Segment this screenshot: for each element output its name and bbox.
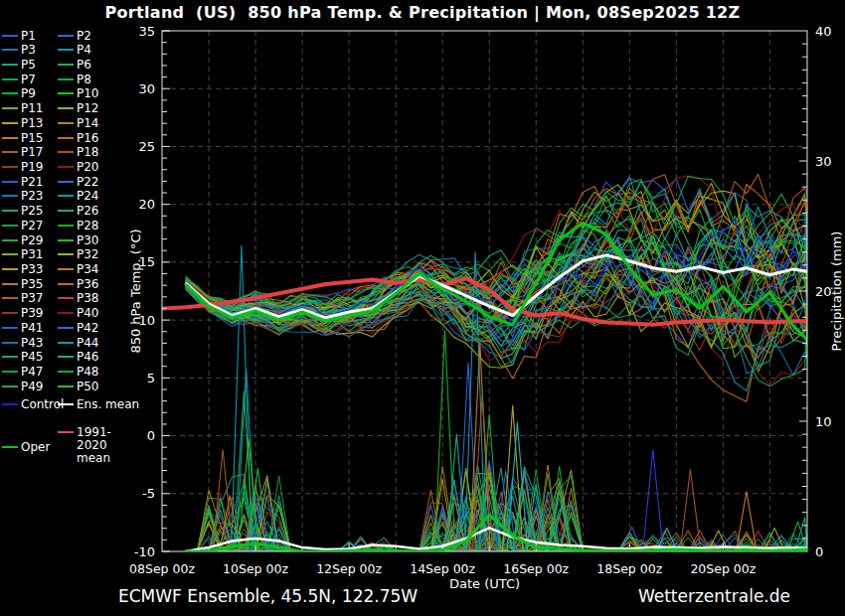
right-axis-label: Precipitation (mm) <box>829 231 844 352</box>
x-tick-label: 10Sep 00z <box>223 561 288 576</box>
right-tick-label: 30 <box>815 154 832 169</box>
left-tick-label: 5 <box>147 371 155 385</box>
x-tick-label: 14Sep 00z <box>410 561 475 576</box>
left-tick-label: -10 <box>134 544 155 559</box>
x-tick-label: 18Sep 00z <box>596 561 662 576</box>
left-tick-label: 0 <box>147 428 155 443</box>
x-tick-label: 16Sep 00z <box>503 561 569 576</box>
right-tick-label: 0 <box>815 544 823 559</box>
ensemble-chart: 35302520151050-5-1040302010008Sep 00z10S… <box>0 0 845 616</box>
left-tick-label: 20 <box>138 197 155 212</box>
footer-model-location: ECMWF Ensemble, 45.5N, 122.75W <box>118 586 418 606</box>
left-axis-label: 850 hPa Temp. (°C) <box>128 229 143 353</box>
ensemble-plot-window: Portland (US) 850 hPa Temp. & Precipitat… <box>0 0 845 616</box>
x-tick-label: 20Sep 00z <box>690 561 756 576</box>
x-tick-label: 12Sep 00z <box>316 561 382 576</box>
temp-members-group <box>186 174 808 401</box>
left-tick-label: -5 <box>142 486 155 501</box>
right-tick-label: 40 <box>815 24 832 39</box>
left-tick-label: 30 <box>138 81 155 96</box>
x-tick-label: 08Sep 00z <box>129 561 195 576</box>
right-tick-label: 10 <box>815 414 832 429</box>
left-tick-label: 25 <box>138 139 155 154</box>
left-tick-label: 35 <box>138 24 155 39</box>
footer-site-name: Wetterzentrale.de <box>638 586 790 606</box>
